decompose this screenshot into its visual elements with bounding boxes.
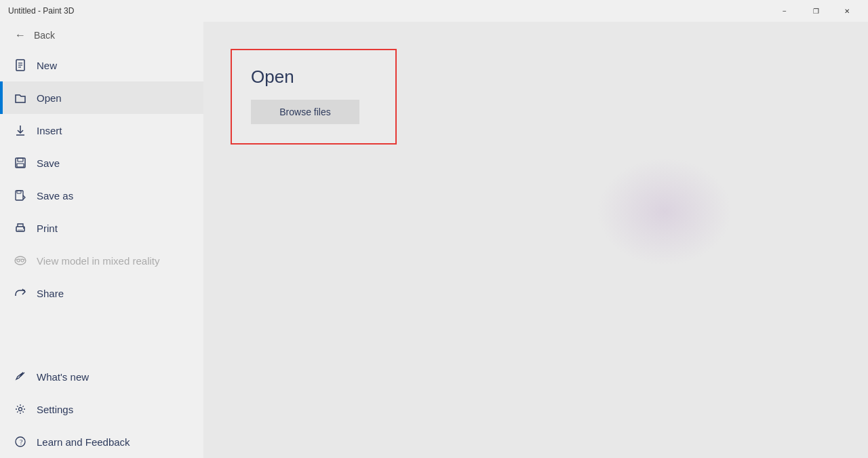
sidebar-item-share[interactable]: Share — [0, 277, 203, 309]
share-icon — [14, 286, 27, 300]
insert-icon — [14, 123, 27, 137]
active-indicator — [0, 81, 3, 114]
restore-button[interactable]: ❐ — [800, 0, 831, 22]
sidebar-item-share-label: Share — [37, 288, 64, 299]
minimize-button[interactable]: − — [769, 0, 800, 22]
sidebar-spacer — [0, 309, 203, 360]
sidebar-item-mixed-reality: View model in mixed reality — [0, 244, 203, 277]
svg-rect-8 — [17, 164, 24, 167]
svg-text:?: ? — [20, 438, 23, 446]
sidebar-item-whats-new-label: What's new — [37, 371, 89, 383]
sidebar-item-mixed-reality-label: View model in mixed reality — [37, 255, 159, 267]
window-title: Untitled - Paint 3D — [8, 6, 74, 16]
sidebar-back-label: Back — [34, 30, 55, 41]
sidebar-item-save[interactable]: Save — [0, 147, 203, 179]
sidebar-item-print-label: Print — [37, 223, 58, 234]
window-controls: − ❐ ✕ — [769, 0, 863, 22]
sidebar-item-learn-feedback[interactable]: ? Learn and Feedback — [0, 425, 203, 458]
sidebar-item-learn-feedback-label: Learn and Feedback — [37, 436, 130, 448]
new-icon — [14, 58, 27, 72]
svg-point-13 — [23, 227, 24, 229]
settings-icon — [14, 402, 27, 416]
back-icon: ← — [14, 28, 27, 42]
sidebar-item-save-as[interactable]: Save as — [0, 179, 203, 212]
mixed-reality-icon — [14, 254, 27, 267]
sidebar-item-open-label: Open — [37, 92, 62, 104]
sidebar-item-settings-label: Settings — [37, 404, 73, 415]
sidebar-item-insert[interactable]: Insert — [0, 114, 203, 147]
main-content: Open Browse files — [203, 22, 868, 458]
browse-files-button[interactable]: Browse files — [251, 100, 359, 124]
sidebar-item-open[interactable]: Open — [0, 81, 203, 114]
sidebar-item-new-label: New — [37, 60, 57, 71]
open-panel: Open Browse files — [231, 49, 397, 145]
open-icon — [14, 91, 27, 104]
sidebar-item-print[interactable]: Print — [0, 212, 203, 244]
background-decoration — [597, 157, 732, 266]
open-title: Open — [251, 66, 376, 88]
svg-rect-12 — [18, 229, 23, 231]
sidebar-item-new[interactable]: New — [0, 49, 203, 81]
save-as-icon — [14, 189, 27, 202]
sidebar-item-save-label: Save — [37, 157, 60, 169]
learn-feedback-icon: ? — [14, 435, 27, 449]
app-body: ← Back New Open — [0, 22, 868, 458]
print-icon — [14, 221, 27, 235]
sidebar: ← Back New Open — [0, 22, 203, 458]
sidebar-item-whats-new[interactable]: What's new — [0, 360, 203, 393]
sidebar-back-button[interactable]: ← Back — [0, 22, 203, 49]
close-button[interactable]: ✕ — [831, 0, 863, 22]
titlebar: Untitled - Paint 3D − ❐ ✕ — [0, 0, 868, 22]
save-icon — [14, 156, 27, 170]
sidebar-item-save-as-label: Save as — [37, 190, 73, 202]
sidebar-item-insert-label: Insert — [37, 125, 62, 136]
sidebar-item-settings[interactable]: Settings — [0, 393, 203, 425]
svg-point-18 — [19, 408, 22, 411]
whats-new-icon — [14, 370, 27, 383]
